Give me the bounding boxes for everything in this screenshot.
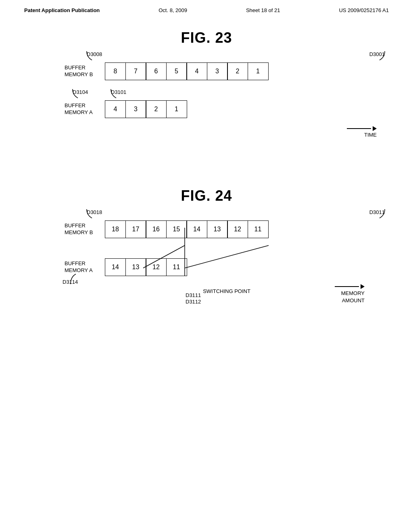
fig23-section: FIG. 23 D3008 D3001 BUFFER MEMORY B 8765…: [0, 17, 413, 159]
buffer-a-cells-fig23: 4321: [105, 100, 187, 118]
fig24-title: FIG. 24: [24, 187, 389, 204]
cell: 1: [248, 62, 269, 80]
header-publication: Patent Application Publication: [24, 7, 100, 13]
d3111-label: D3111: [186, 292, 201, 298]
cell: 6: [146, 62, 167, 80]
fig24-diagram: D3018 D3011 BUFFER MEMORY B 181716151413…: [24, 220, 389, 341]
time-arrow: [347, 126, 377, 131]
arrow-head: [373, 126, 377, 131]
cell: 2: [146, 100, 167, 118]
memory-amount-arrow: [335, 284, 365, 289]
time-label: TIME: [364, 132, 377, 138]
cell: 3: [125, 100, 146, 118]
d3101-arrow: [109, 89, 121, 101]
cell: 3: [207, 62, 228, 80]
page-header: Patent Application Publication Oct. 8, 2…: [0, 0, 413, 17]
d3104-arrow: [71, 89, 83, 101]
svg-line-2: [185, 245, 269, 268]
cell: 4: [105, 100, 126, 118]
memory-arrow-head: [361, 284, 365, 289]
buffer-b-label-fig23: BUFFER MEMORY B: [65, 64, 101, 78]
cell: 1: [166, 100, 187, 118]
buffer-a-row-fig23: BUFFER MEMORY A 4321: [65, 100, 389, 118]
buffer-b-row-fig23: BUFFER MEMORY B 87654321: [65, 62, 389, 80]
d3011-arrow: [375, 209, 387, 221]
cell: 4: [186, 62, 207, 80]
fig23-diagram: D3008 D3001 BUFFER MEMORY B 87654321: [24, 62, 389, 143]
header-sheet: Sheet 18 of 21: [246, 7, 280, 13]
d3008-arrow: [85, 51, 97, 63]
header-date: Oct. 8, 2009: [159, 7, 187, 13]
header-patent-number: US 2009/0252176 A1: [339, 7, 389, 13]
memory-arrow-shaft: [335, 286, 359, 287]
buffer-b-label-fig24: BUFFER MEMORY B: [65, 222, 101, 236]
d3112-label: D3112: [186, 299, 201, 305]
buffer-a-label-fig23: BUFFER MEMORY A: [65, 102, 101, 116]
cell: 2: [227, 62, 248, 80]
fig24-section: FIG. 24 D3018 D3011 BUFFER MEMORY B 181: [0, 175, 413, 349]
fig23-title: FIG. 23: [24, 29, 389, 46]
connector-lines: [101, 228, 383, 276]
cell: 5: [166, 62, 187, 80]
time-arrow-area: TIME: [24, 126, 389, 138]
cell: 8: [105, 62, 126, 80]
d3018-arrow: [85, 209, 97, 221]
svg-line-1: [143, 245, 185, 268]
d3001-arrow: [375, 51, 387, 63]
memory-amount-area: MEMORY AMOUNT: [335, 284, 365, 304]
buffer-b-cells-fig23: 87654321: [105, 62, 269, 80]
buffer-a-label-fig24: BUFFER MEMORY A: [65, 260, 101, 274]
arrow-shaft: [347, 128, 371, 129]
cell: 7: [125, 62, 146, 80]
memory-amount-label: MEMORY AMOUNT: [341, 290, 365, 304]
